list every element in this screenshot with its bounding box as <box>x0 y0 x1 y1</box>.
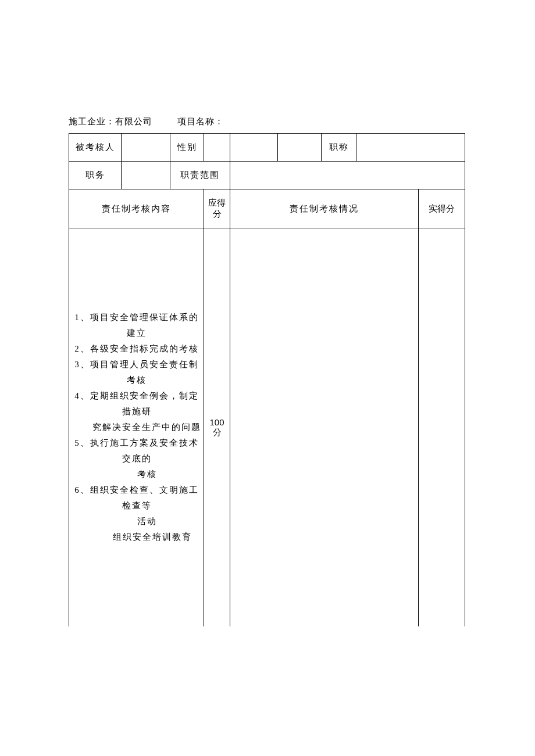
content-list: 1、项目安全管理保证体系的建立 2、各级安全指标完成的考核 3、项目管理人员安全… <box>70 310 202 545</box>
position-label-cell: 职务 <box>69 162 122 189</box>
actual-score-header-cell: 实得分 <box>419 189 465 228</box>
status-value-cell <box>230 228 419 627</box>
content-item-5: 5、执行施工方案及安全技术交底的 <box>70 435 202 467</box>
content-item-7: 组织安全培训教育 <box>70 529 202 545</box>
content-item-2: 2、各级安全指标完成的考核 <box>70 341 202 357</box>
gender-value-cell <box>204 134 230 162</box>
title-label-cell: 职称 <box>322 134 356 162</box>
form-header: 施工企业：有限公司 项目名称： <box>69 116 465 127</box>
blank-cell-1 <box>230 134 278 162</box>
title-value-cell <box>356 134 465 162</box>
content-item-4: 4、定期组织安全例会，制定措施研 <box>70 388 202 420</box>
table-row-1: 被考核人 性别 职称 <box>69 134 465 162</box>
content-item-5b: 考核 <box>70 467 202 482</box>
content-item-6b: 活动 <box>70 514 202 529</box>
scope-label-cell: 职责范围 <box>170 162 230 189</box>
table-row-content: 1、项目安全管理保证体系的建立 2、各级安全指标完成的考核 3、项目管理人员安全… <box>69 228 465 627</box>
company-value: 有限公司 <box>115 117 152 126</box>
position-value-cell <box>122 162 170 189</box>
actual-score-cell <box>419 228 465 627</box>
content-item-3: 3、项目管理人员安全责任制考核 <box>70 357 202 388</box>
expected-score-cell: 100 分 <box>204 228 230 627</box>
content-header-cell: 责任制考核内容 <box>69 189 204 228</box>
assessment-content-cell: 1、项目安全管理保证体系的建立 2、各级安全指标完成的考核 3、项目管理人员安全… <box>69 228 204 627</box>
content-item-6: 6、组织安全检查、文明施工检查等 <box>70 482 202 514</box>
evaluee-value-cell <box>122 134 170 162</box>
content-item-1: 1、项目安全管理保证体系的建立 <box>70 310 202 341</box>
table-row-2: 职务 职责范围 <box>69 162 465 189</box>
content-item-4b: 究解决安全生产中的问题 <box>70 420 202 435</box>
expected-score-header-cell: 应得分 <box>204 189 230 228</box>
company-label: 施工企业： <box>69 117 115 126</box>
evaluee-label-cell: 被考核人 <box>69 134 122 162</box>
scope-value-cell <box>230 162 465 189</box>
table-row-3: 责任制考核内容 应得分 责任制考核情况 实得分 <box>69 189 465 228</box>
assessment-table: 被考核人 性别 职称 职务 职责范围 责任制考核内容 应得分 责任制考核情况 实… <box>69 133 465 626</box>
status-header-cell: 责任制考核情况 <box>230 189 419 228</box>
project-label: 项目名称： <box>177 117 224 126</box>
blank-cell-2 <box>278 134 322 162</box>
gender-label-cell: 性别 <box>170 134 204 162</box>
